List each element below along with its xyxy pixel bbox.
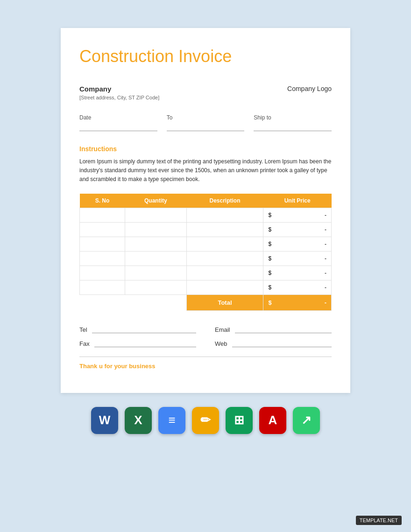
cell-price: $ -: [263, 280, 332, 294]
app-icon-gdocs[interactable]: ≡: [158, 407, 185, 434]
currency-symbol: $: [268, 241, 271, 247]
currency-symbol: $: [268, 284, 271, 291]
app-icon-excel[interactable]: X: [125, 407, 152, 434]
cell-price: $ -: [263, 266, 332, 280]
invoice-table: S. No Quantity Description Unit Price $ …: [79, 194, 332, 311]
table-header-row: S. No Quantity Description Unit Price: [80, 194, 332, 208]
col-header-desc: Description: [186, 194, 263, 208]
date-line: [79, 123, 157, 131]
cell-sno: [80, 266, 125, 280]
cell-desc: [186, 208, 263, 222]
table-row: $ -: [80, 208, 332, 222]
cell-qty: [125, 266, 187, 280]
cell-qty: [125, 251, 187, 266]
app-icon-numbers[interactable]: ↗: [293, 407, 320, 434]
table-row: $ -: [80, 280, 332, 294]
cell-sno: [80, 237, 125, 251]
cell-sno: [80, 251, 125, 266]
to-field-group: To: [167, 114, 245, 131]
total-amount: -: [325, 299, 326, 306]
cell-price: $ -: [263, 237, 332, 251]
currency-symbol: $: [268, 270, 271, 276]
cell-desc: [186, 251, 263, 266]
price-value: -: [325, 255, 326, 262]
app-icons-row: WX≡✏⊞A↗: [91, 407, 320, 434]
cell-qty: [125, 280, 187, 294]
web-label: Web: [215, 340, 227, 347]
cell-qty: [125, 208, 187, 222]
invoice-document: Construction Invoice Company [Street add…: [61, 28, 350, 393]
date-field-group: Date: [79, 114, 157, 131]
table-row: $ -: [80, 222, 332, 237]
instructions-title: Instructions: [79, 145, 332, 153]
fax-group: Fax: [79, 339, 196, 347]
email-label: Email: [215, 326, 230, 333]
col-header-price: Unit Price: [263, 194, 332, 208]
ship-to-label: Ship to: [254, 114, 332, 121]
currency-symbol: $: [268, 212, 271, 218]
footer-divider: [79, 357, 332, 357]
cell-desc: [186, 237, 263, 251]
total-row: Total $ -: [80, 294, 332, 310]
app-icon-gsheets[interactable]: ⊞: [226, 407, 253, 434]
company-name: Company: [79, 85, 159, 93]
cell-qty: [125, 237, 187, 251]
ship-to-line: [254, 123, 332, 131]
app-icon-word[interactable]: W: [91, 407, 118, 434]
cell-price: $ -: [263, 208, 332, 222]
price-value: -: [325, 241, 326, 247]
instructions-body: Lorem Ipsum is simply dummy text of the …: [79, 157, 332, 184]
date-label: Date: [79, 114, 157, 121]
email-group: Email: [215, 325, 332, 333]
to-line: [167, 123, 245, 131]
tel-line: [92, 325, 196, 333]
total-label: Total: [186, 294, 263, 310]
company-info: Company [Street address, City, ST ZIP Co…: [79, 85, 159, 100]
invoice-fields: Date To Ship to: [79, 114, 332, 131]
currency-symbol: $: [268, 255, 271, 262]
price-value: -: [325, 212, 326, 218]
price-value: -: [325, 270, 326, 276]
total-value-cell: $ -: [263, 294, 332, 310]
cell-price: $ -: [263, 222, 332, 237]
thank-you-text: Thank u for your business: [79, 363, 332, 370]
company-address: [Street address, City, ST ZIP Code]: [79, 95, 159, 100]
watermark: TEMPLATE.NET: [356, 516, 402, 525]
web-line: [232, 339, 332, 347]
app-icon-pages[interactable]: ✏: [192, 407, 219, 434]
price-value: -: [325, 226, 326, 233]
total-currency: $: [268, 299, 271, 306]
company-row: Company [Street address, City, ST ZIP Co…: [79, 85, 332, 100]
price-value: -: [325, 284, 326, 291]
table-row: $ -: [80, 266, 332, 280]
cell-sno: [80, 222, 125, 237]
cell-qty: [125, 222, 187, 237]
cell-sno: [80, 280, 125, 294]
ship-to-field-group: Ship to: [254, 114, 332, 131]
tel-group: Tel: [79, 325, 196, 333]
cell-price: $ -: [263, 251, 332, 266]
web-group: Web: [215, 339, 332, 347]
col-header-qty: Quantity: [125, 194, 187, 208]
col-header-sno: S. No: [80, 194, 125, 208]
invoice-table-container: S. No Quantity Description Unit Price $ …: [79, 194, 332, 311]
contact-section: Tel Email Fax Web: [79, 325, 332, 347]
cell-desc: [186, 280, 263, 294]
currency-symbol: $: [268, 226, 271, 233]
tel-label: Tel: [79, 326, 87, 333]
table-row: $ -: [80, 237, 332, 251]
app-icon-pdf[interactable]: A: [259, 407, 286, 434]
to-label: To: [167, 114, 245, 121]
cell-sno: [80, 208, 125, 222]
table-row: $ -: [80, 251, 332, 266]
cell-desc: [186, 266, 263, 280]
contact-row-1: Tel Email: [79, 325, 332, 333]
cell-desc: [186, 222, 263, 237]
fax-label: Fax: [79, 340, 90, 347]
page-title: Construction Invoice: [79, 47, 332, 66]
contact-row-2: Fax Web: [79, 339, 332, 347]
instructions-section: Instructions Lorem Ipsum is simply dummy…: [79, 145, 332, 184]
email-line: [235, 325, 332, 333]
fax-line: [94, 339, 196, 347]
company-logo: Company Logo: [287, 85, 332, 92]
